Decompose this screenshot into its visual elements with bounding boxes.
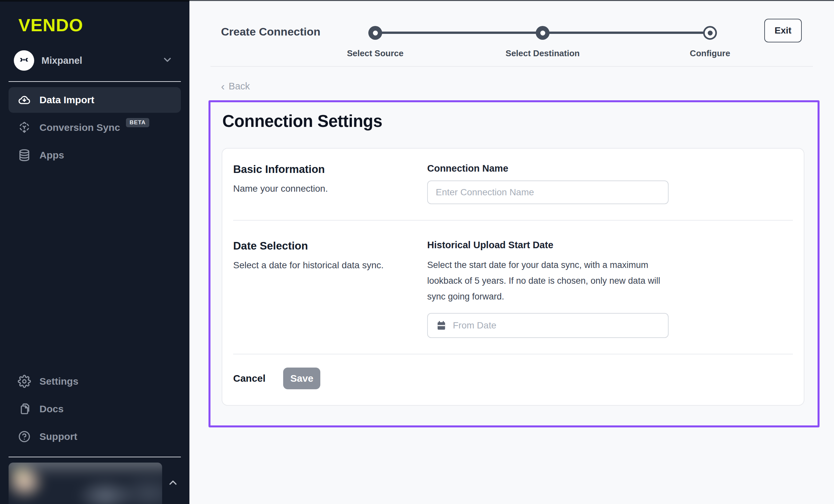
wizard-stepper: Select Source Select Destination Configu… <box>368 26 717 40</box>
sidebar-item-label: Apps <box>40 150 64 161</box>
sidebar-item-label: Docs <box>40 403 64 415</box>
conversion-sync-icon <box>18 121 31 134</box>
mixpanel-logo-icon <box>14 50 34 71</box>
from-date-field[interactable] <box>427 313 668 338</box>
wizard-header: Create Connection Select Source Select D… <box>211 1 813 67</box>
sidebar-item-label: Data Import <box>40 94 94 106</box>
exit-button[interactable]: Exit <box>764 19 802 42</box>
user-avatar <box>8 463 162 504</box>
section-title: Basic Information <box>233 163 427 176</box>
chevron-left-icon: ‹ <box>221 81 225 92</box>
sidebar-footer: Settings Docs <box>8 369 181 504</box>
start-date-label: Historical Upload Start Date <box>427 240 668 250</box>
section-title: Date Selection <box>233 240 427 252</box>
sidebar-item-support[interactable]: Support <box>8 424 181 450</box>
sidebar-item-apps[interactable]: Apps <box>8 143 181 168</box>
step-select-destination[interactable]: Select Destination <box>536 26 550 40</box>
back-link[interactable]: ‹ Back <box>221 81 250 92</box>
user-account-row <box>8 463 181 504</box>
sidebar: VENDO Mixpanel <box>0 0 190 504</box>
beta-badge: BETA <box>126 118 149 127</box>
database-icon <box>18 149 31 162</box>
sidebar-footer-divider <box>8 457 181 457</box>
workspace-switcher[interactable]: Mixpanel <box>14 50 181 71</box>
docs-pages-icon <box>18 402 31 416</box>
section-desc: Name your connection. <box>233 183 427 194</box>
help-circle-icon <box>18 430 31 443</box>
basic-information-section: Basic Information Name your connection. … <box>222 149 804 220</box>
connection-name-input[interactable] <box>427 180 668 204</box>
chevron-up-icon[interactable] <box>167 477 179 490</box>
gear-icon <box>18 375 31 388</box>
step-dot-icon <box>703 26 717 40</box>
save-button[interactable]: Save <box>283 368 320 389</box>
section-desc: Select a date for historical data sync. <box>233 260 427 270</box>
step-configure[interactable]: Configure <box>703 26 717 40</box>
calendar-icon <box>436 320 447 331</box>
sidebar-item-data-import[interactable]: Data Import <box>8 87 181 113</box>
sidebar-item-label: Conversion Sync <box>40 122 120 133</box>
step-select-source[interactable]: Select Source <box>368 26 382 40</box>
panel-title: Connection Settings <box>222 111 806 131</box>
user-account-blurred[interactable] <box>8 463 162 504</box>
sidebar-divider <box>8 81 181 82</box>
start-date-help: Select the start date for your data sync… <box>427 257 668 304</box>
from-date-input[interactable] <box>453 320 660 331</box>
cloud-download-icon <box>18 93 31 107</box>
step-dot-icon <box>536 26 550 40</box>
chevron-down-icon[interactable] <box>162 54 173 67</box>
connection-name-label: Connection Name <box>427 163 668 174</box>
app-window: VENDO Mixpanel <box>0 0 834 504</box>
sidebar-item-docs[interactable]: Docs <box>8 396 181 422</box>
sidebar-item-conversion-sync[interactable]: Conversion Sync BETA <box>8 115 181 140</box>
workspace-name: Mixpanel <box>41 55 82 66</box>
sidebar-nav: Data Import Conversion Sync BETA <box>8 87 181 168</box>
vendo-logo: VENDO <box>18 15 181 35</box>
date-selection-section: Date Selection Select a date for histori… <box>222 221 804 354</box>
sidebar-item-label: Support <box>40 431 77 442</box>
actions-row: Cancel Save <box>222 354 804 405</box>
cancel-button[interactable]: Cancel <box>233 373 265 384</box>
sidebar-item-settings[interactable]: Settings <box>8 369 181 394</box>
connection-settings-panel: Connection Settings Basic Information Na… <box>208 100 819 428</box>
step-dot-icon <box>368 26 382 40</box>
main-area: Create Connection Select Source Select D… <box>190 0 834 504</box>
sidebar-item-label: Settings <box>40 376 78 387</box>
page-title: Create Connection <box>221 25 320 38</box>
settings-card: Basic Information Name your connection. … <box>222 148 805 406</box>
